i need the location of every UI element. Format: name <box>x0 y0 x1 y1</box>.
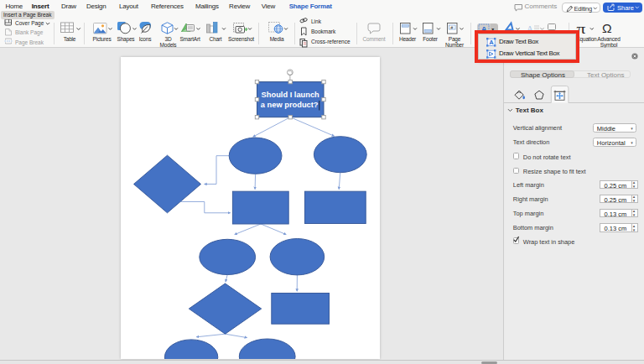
svg-text:Should I launch: Should I launch <box>262 91 320 99</box>
svg-text:Ω: Ω <box>602 21 612 35</box>
svg-text:a new product?: a new product? <box>261 101 319 109</box>
